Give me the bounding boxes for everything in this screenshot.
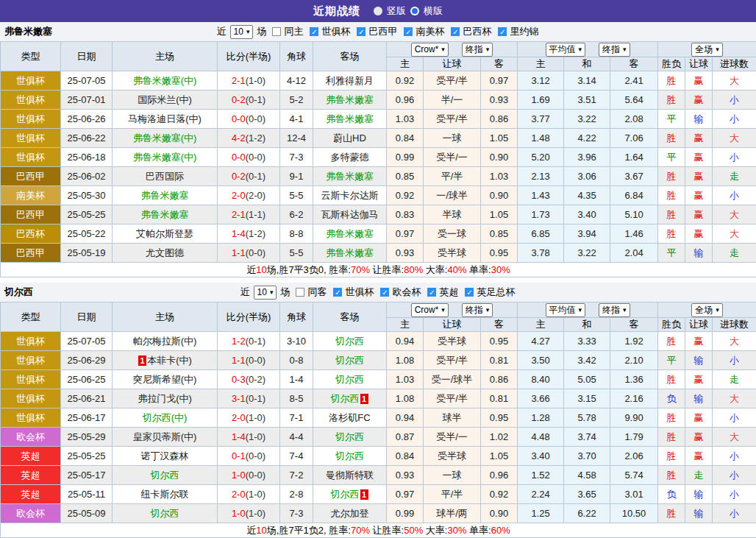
home-team-name: 帕尔梅拉斯(中) (133, 336, 197, 347)
vertical-layout-label[interactable]: 竖版 (387, 4, 406, 18)
recent-results-page: 近期战绩 竖版 横版 弗鲁米嫩塞近10▾场同主✓世俱杯✓巴西甲✓南美杯✓巴西杯✓… (0, 0, 756, 538)
away-team-name: 尤尔加登 (331, 508, 369, 519)
summary-segment: 近 (246, 264, 256, 275)
avg-odds-select[interactable]: 平均值▾ (546, 43, 586, 57)
halftime-score: (0-0) (246, 450, 265, 461)
avg-home-cell: 4.27 (518, 332, 564, 351)
date-cell: 25-05-25 (61, 205, 113, 224)
match-scope-select[interactable]: 全场▾ (691, 303, 723, 317)
league-checkbox[interactable]: ✓ (357, 27, 365, 36)
avg-away-cell: 5.64 (610, 91, 658, 110)
home-team-cell: 尤文图德 (113, 244, 218, 263)
avg-subcolumn-header: 主 (518, 318, 564, 332)
league-checkbox[interactable]: ✓ (333, 288, 342, 297)
title-bar: 近期战绩 竖版 横版 (0, 0, 756, 22)
odds-final-select[interactable]: 终指▾ (462, 303, 493, 317)
odds-company-select[interactable]: Crow*▾ (411, 43, 449, 57)
games-count-select[interactable]: 10▾ (254, 286, 277, 300)
handicap-result-cell: 赢 (685, 129, 713, 148)
avg-home-cell: 1.69 (518, 91, 564, 110)
league-checkbox[interactable]: ✓ (380, 288, 389, 297)
summary-text: 近10场,胜7平1负2, 胜率:70% 让胜率:50% 大率:30% 单率:60… (1, 523, 756, 538)
league-checkbox[interactable]: ✓ (451, 27, 460, 36)
handicap-cell: 受一/球半 (424, 370, 481, 389)
red-card-badge: 1 (138, 355, 146, 366)
away-team-cell: 尤尔加登 (313, 504, 387, 523)
halftime-score: (0-1) (246, 336, 265, 347)
handicap-result-cell: 输 (685, 351, 713, 370)
corners-cell: 1-4 (280, 370, 313, 389)
league-checkbox-label[interactable]: 里约锦 (510, 25, 538, 38)
home-team-name: 巴西国际 (146, 171, 184, 182)
handicap-result-cell: 赢 (685, 205, 713, 224)
halftime-score: (0-1) (246, 94, 265, 105)
league-checkbox-label[interactable]: 英超 (439, 286, 458, 299)
odds-company-select[interactable]: Crow*▾ (411, 303, 449, 317)
same-venue-checkbox[interactable] (272, 27, 281, 36)
match-row: 英超25-05-25诺丁汉森林0-1(0-0)7-4切尔西0.84受半球1.05… (1, 447, 756, 466)
match-row: 巴西甲25-06-02巴西国际0-2(0-1)9-1弗鲁米嫩塞0.85平/半1.… (1, 167, 756, 186)
away-team-cell: 切尔西 (313, 428, 387, 447)
avg-final-select[interactable]: 终指▾ (599, 43, 630, 57)
goals-result-cell: 小 (713, 447, 756, 466)
league-checkbox[interactable]: ✓ (310, 27, 318, 36)
dropdown-arrow-icon: ▾ (486, 46, 490, 53)
fulltime-score: 2-1 (232, 209, 246, 220)
league-checkbox-label[interactable]: 世俱杯 (345, 286, 374, 299)
near-label: 近 (217, 25, 227, 38)
same-venue-label[interactable]: 同客 (307, 286, 327, 299)
avg-home-cell: 1.25 (518, 504, 564, 523)
league-checkbox[interactable]: ✓ (465, 288, 474, 297)
halftime-score: (0-2) (246, 374, 265, 385)
home-team-cell: 帕尔梅拉斯(中) (113, 332, 218, 351)
goals-result-cell: 小 (713, 485, 756, 504)
corners-cell: 7-4 (280, 447, 313, 466)
home-team-cell: 突尼斯希望(中) (113, 370, 218, 389)
match-scope-select[interactable]: 全场▾ (691, 43, 723, 57)
league-cell: 英超 (1, 447, 61, 466)
league-checkbox[interactable]: ✓ (427, 288, 436, 297)
odds-away-cell: 0.81 (481, 351, 518, 370)
dropdown-arrow-icon: ▾ (623, 46, 627, 53)
league-checkbox-label[interactable]: 欧会杯 (392, 286, 421, 299)
vertical-layout-radio[interactable] (374, 7, 382, 15)
league-checkbox-label[interactable]: 英足总杯 (477, 286, 515, 299)
goals-result-cell: 小 (713, 408, 756, 428)
league-checkbox[interactable]: ✓ (404, 27, 413, 36)
halftime-score: (0-1) (246, 393, 265, 404)
odds-home-cell: 0.93 (387, 466, 424, 485)
result-column-header: 让球 (685, 57, 713, 71)
avg-home-cell: 1.48 (518, 129, 564, 148)
league-checkbox[interactable]: ✓ (498, 27, 507, 36)
odds-home-cell: 0.92 (387, 71, 424, 91)
league-checkbox-label[interactable]: 巴西杯 (463, 25, 491, 38)
dropdown-label: 全场 (695, 43, 713, 56)
league-checkbox-label[interactable]: 世俱杯 (321, 25, 350, 38)
date-cell: 25-06-21 (61, 389, 113, 408)
odds-dropdown-group: Crow*▾终指▾ (387, 42, 518, 57)
odds-home-cell: 0.94 (387, 332, 424, 351)
avg-home-cell: 2.13 (518, 167, 564, 186)
games-count-select[interactable]: 10▾ (230, 25, 254, 39)
league-cell: 世俱杯 (1, 129, 61, 148)
avg-odds-select[interactable]: 平均值▾ (546, 303, 586, 317)
league-checkbox-label[interactable]: 巴西甲 (368, 25, 397, 38)
home-team-cell: 1本菲卡(中) (113, 351, 218, 370)
same-venue-label[interactable]: 同主 (284, 25, 303, 38)
horizontal-layout-radio[interactable] (410, 7, 419, 15)
odds-final-select[interactable]: 终指▾ (462, 43, 493, 57)
corners-cell: 4-12 (280, 71, 313, 91)
match-result-cell: 胜 (658, 129, 685, 148)
column-header: 角球 (280, 302, 313, 332)
avg-draw-cell: 3.06 (564, 167, 610, 186)
odds-away-cell: 0.90 (481, 504, 518, 523)
avg-final-select[interactable]: 终指▾ (599, 303, 630, 317)
league-checkbox-label[interactable]: 南美杯 (416, 25, 444, 38)
horizontal-layout-label[interactable]: 横版 (424, 4, 443, 18)
avg-subcolumn-header: 和 (564, 318, 610, 332)
match-row: 世俱杯25-06-17切尔西(中)2-0(1-0)7-1洛杉矶FC0.94球半0… (1, 408, 756, 428)
odds-away-cell: 0.93 (481, 91, 518, 110)
same-venue-checkbox[interactable] (296, 288, 304, 297)
halftime-score: (0-0) (246, 470, 265, 481)
goals-result-cell: 大 (713, 428, 756, 447)
